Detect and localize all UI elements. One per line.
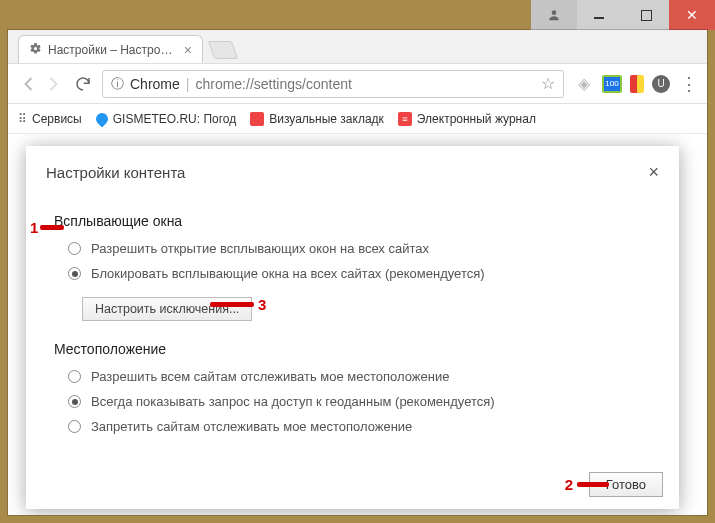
bookmark-item[interactable]: ≡ Электронный журнал bbox=[398, 112, 536, 126]
new-tab-button[interactable] bbox=[208, 41, 239, 59]
dialog-footer: Готово bbox=[26, 464, 679, 509]
extensions: ◈ 100 U bbox=[574, 75, 670, 93]
dialog-body[interactable]: Всплывающие окна Разрешить открытие вспл… bbox=[26, 195, 679, 464]
radio-location-ask[interactable]: Всегда показывать запрос на доступ к гео… bbox=[68, 394, 673, 409]
radio-icon bbox=[68, 267, 81, 280]
dialog-header: Настройки контента × bbox=[26, 146, 679, 195]
svg-rect-2 bbox=[641, 10, 652, 21]
tab-title: Настройки – Настройки bbox=[48, 43, 178, 57]
journal-icon: ≡ bbox=[398, 112, 412, 126]
forward-button[interactable] bbox=[46, 75, 64, 93]
dialog-close-button[interactable]: × bbox=[648, 162, 659, 183]
done-button[interactable]: Готово bbox=[589, 472, 663, 497]
user-button[interactable] bbox=[531, 0, 577, 30]
radio-icon bbox=[68, 420, 81, 433]
radio-popups-block[interactable]: Блокировать всплывающие окна на всех сай… bbox=[68, 266, 673, 281]
apps-icon: ⠿ bbox=[18, 112, 27, 126]
extension-badge[interactable]: 100 bbox=[602, 75, 622, 93]
minimize-button[interactable] bbox=[577, 0, 623, 30]
radio-icon bbox=[68, 395, 81, 408]
pocket-icon bbox=[250, 112, 264, 126]
page-content: Настройки контента × Всплывающие окна Ра… bbox=[8, 134, 707, 515]
radio-location-allow[interactable]: Разрешить всем сайтам отслеживать мое ме… bbox=[68, 369, 673, 384]
reload-button[interactable] bbox=[74, 75, 92, 93]
radio-popups-allow[interactable]: Разрешить открытие всплывающих окон на в… bbox=[68, 241, 673, 256]
radio-location-block[interactable]: Запретить сайтам отслеживать мое местопо… bbox=[68, 419, 673, 434]
bookmark-item[interactable]: GISMETEO.RU: Погод bbox=[96, 112, 237, 126]
modal-overlay: Настройки контента × Всплывающие окна Ра… bbox=[8, 134, 707, 515]
content-settings-dialog: Настройки контента × Всплывающие окна Ра… bbox=[26, 146, 679, 509]
droplet-icon bbox=[93, 110, 110, 127]
browser-window: Настройки – Настройки × ⓘ Chrome | chrom… bbox=[8, 30, 707, 515]
address-scheme: Chrome bbox=[130, 76, 180, 92]
svg-rect-1 bbox=[594, 17, 604, 19]
bookmark-item[interactable]: Визуальные закладк bbox=[250, 112, 384, 126]
tab-close-icon[interactable]: × bbox=[184, 42, 192, 58]
bookmarks-bar: ⠿ Сервисы GISMETEO.RU: Погод Визуальные … bbox=[8, 104, 707, 134]
svg-point-0 bbox=[552, 10, 557, 15]
address-bar[interactable]: ⓘ Chrome | chrome://settings/content ☆ bbox=[102, 70, 564, 98]
bookmark-flag-icon[interactable] bbox=[630, 75, 644, 93]
section-popups-heading: Всплывающие окна bbox=[54, 213, 673, 229]
shield-icon[interactable]: ◈ bbox=[574, 75, 594, 93]
maximize-button[interactable] bbox=[623, 0, 669, 30]
radio-icon bbox=[68, 370, 81, 383]
address-url: chrome://settings/content bbox=[195, 76, 351, 92]
popups-exceptions-button[interactable]: Настроить исключения... bbox=[82, 297, 252, 321]
ublock-icon[interactable]: U bbox=[652, 75, 670, 93]
back-button[interactable] bbox=[18, 75, 36, 93]
chrome-menu-button[interactable]: ⋮ bbox=[680, 73, 697, 95]
toolbar: ⓘ Chrome | chrome://settings/content ☆ ◈… bbox=[8, 64, 707, 104]
window-close-button[interactable]: ✕ bbox=[669, 0, 715, 30]
apps-shortcut[interactable]: ⠿ Сервисы bbox=[18, 112, 82, 126]
site-info-icon[interactable]: ⓘ bbox=[111, 75, 124, 93]
window-titlebar: ✕ bbox=[0, 0, 715, 30]
bookmark-star-icon[interactable]: ☆ bbox=[541, 74, 555, 93]
dialog-title: Настройки контента bbox=[46, 164, 185, 181]
section-location-heading: Местоположение bbox=[54, 341, 673, 357]
gear-icon bbox=[29, 42, 42, 58]
radio-icon bbox=[68, 242, 81, 255]
tab-strip: Настройки – Настройки × bbox=[8, 30, 707, 64]
browser-tab[interactable]: Настройки – Настройки × bbox=[18, 35, 203, 63]
